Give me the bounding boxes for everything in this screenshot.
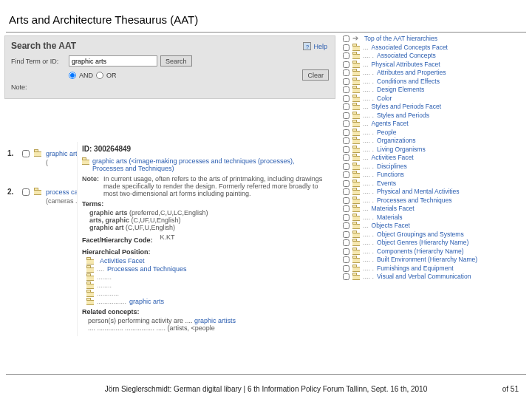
hierarchy-icon[interactable] [352,86,360,93]
tree-checkbox[interactable] [343,129,349,136]
tree-checkbox[interactable] [343,35,349,42]
tree-checkbox[interactable] [343,112,349,119]
hierarchy-icon[interactable] [352,265,360,272]
hierarchy-icon[interactable] [352,188,360,195]
hierarchy-icon[interactable] [34,149,41,157]
tree-link[interactable]: Object Groupings and Systems [377,231,464,238]
tree-checkbox[interactable] [343,95,349,102]
tree-checkbox[interactable] [343,154,349,161]
tree-checkbox[interactable] [343,137,349,144]
tree-link[interactable]: Processes and Techniques [377,197,451,204]
hierarchy-icon[interactable] [86,298,94,305]
hierarchy-icon[interactable] [86,257,94,265]
tree-checkbox[interactable] [343,231,349,238]
hierarchy-icon[interactable] [352,248,360,255]
hierarchy-icon[interactable] [352,222,360,229]
tree-link[interactable]: Associated Concepts Facet [372,44,448,51]
hierarchy-icon[interactable] [352,61,360,68]
tree-link[interactable]: Color [377,95,392,102]
tree-link[interactable]: Design Elements [377,86,424,93]
hierarchy-icon[interactable] [352,256,360,263]
hpos-link[interactable]: graphic arts [129,298,164,305]
tree-checkbox[interactable] [343,265,349,272]
tree-link[interactable]: Visual and Verbal Communication [377,273,471,280]
tree-link[interactable]: Furnishings and Equipment [377,265,453,272]
tree-checkbox[interactable] [343,52,349,59]
hierarchy-icon[interactable] [352,103,360,110]
tree-checkbox[interactable] [343,197,349,204]
result-checkbox[interactable] [22,188,30,196]
tree-checkbox[interactable] [343,273,349,280]
tree-link[interactable]: Agents Facet [372,120,409,127]
hierarchy-icon[interactable] [352,44,360,51]
tree-link[interactable]: Components (Hierarchy Name) [377,248,464,255]
hierarchy-icon[interactable] [86,273,94,281]
hierarchy-icon[interactable] [352,163,360,170]
tree-checkbox[interactable] [343,214,349,221]
hierarchy-icon[interactable] [352,273,360,280]
tree-checkbox[interactable] [343,239,349,246]
tree-checkbox[interactable] [343,222,349,229]
tree-checkbox[interactable] [343,188,349,195]
tree-link[interactable]: Styles and Periods [377,112,429,119]
hierarchy-icon[interactable] [352,154,360,161]
tree-link[interactable]: Organizations [377,137,415,144]
tree-link[interactable]: Attributes and Properties [377,69,446,76]
tree-link[interactable]: Events [377,180,396,187]
hierarchy-icon[interactable] [352,146,360,153]
tree-link[interactable]: Physical and Mental Activities [377,188,460,195]
tree-link[interactable]: Living Organisms [377,146,426,153]
tree-link[interactable]: Built Environment (Hierarchy Name) [377,256,477,263]
hpos-link[interactable]: Activities Facet [100,257,145,265]
hierarchy-icon[interactable] [352,120,360,127]
tree-checkbox[interactable] [343,146,349,153]
tree-link[interactable]: Objects Facet [372,222,410,229]
tree-link[interactable]: Conditions and Effects [377,78,440,85]
hierarchy-icon[interactable] [352,205,360,212]
result-checkbox[interactable] [22,150,30,157]
search-input[interactable] [69,55,157,66]
hierarchy-icon[interactable] [82,157,88,165]
hierarchy-icon[interactable] [352,137,360,144]
hierarchy-icon[interactable] [86,265,94,273]
tree-link[interactable]: Functions [377,171,404,178]
search-button[interactable]: Search [160,55,192,66]
clear-button[interactable]: Clear [302,69,329,81]
tree-link[interactable]: Materials Facet [372,205,415,212]
result-link[interactable]: graphic arts [46,150,81,157]
hierarchy-icon[interactable] [352,129,360,136]
and-radio[interactable] [69,72,76,79]
hierarchy-icon[interactable] [352,171,360,178]
hierarchy-icon[interactable] [34,188,41,195]
hierarchy-icon[interactable] [352,239,360,246]
tree-checkbox[interactable] [343,256,349,263]
tree-checkbox[interactable] [343,180,349,187]
hierarchy-icon[interactable] [86,290,94,297]
tree-checkbox[interactable] [343,205,349,212]
detail-title[interactable]: graphic arts (<image-making processes an… [92,157,324,172]
tree-checkbox[interactable] [343,171,349,178]
tree-link[interactable]: Disciplines [377,163,407,170]
hpos-link[interactable]: Processes and Techniques [107,265,186,273]
tree-checkbox[interactable] [343,86,349,93]
tree-link[interactable]: Materials [377,214,402,221]
hierarchy-icon[interactable] [352,52,360,59]
tree-link[interactable]: Styles and Periods Facet [372,103,442,110]
tree-link[interactable]: Physical Attributes Facet [372,61,440,68]
hierarchy-icon[interactable] [352,214,360,221]
tree-checkbox[interactable] [343,44,349,51]
tree-link[interactable]: Object Genres (Hierarchy Name) [377,239,468,246]
hierarchy-icon[interactable] [352,197,360,204]
hierarchy-icon[interactable] [86,282,94,289]
hierarchy-icon[interactable] [352,69,360,76]
hierarchy-icon[interactable] [352,112,360,119]
or-radio[interactable] [96,72,103,79]
tree-checkbox[interactable] [343,78,349,85]
tree-link[interactable]: Activities Facet [372,154,414,161]
tree-link[interactable]: Associated Concepts [377,52,436,59]
tree-checkbox[interactable] [343,103,349,110]
related-link-1[interactable]: graphic artists [194,317,236,324]
tree-link[interactable]: Top of the AAT hierarchies [364,35,437,42]
hierarchy-icon[interactable] [352,180,360,187]
hierarchy-icon[interactable] [352,231,360,238]
